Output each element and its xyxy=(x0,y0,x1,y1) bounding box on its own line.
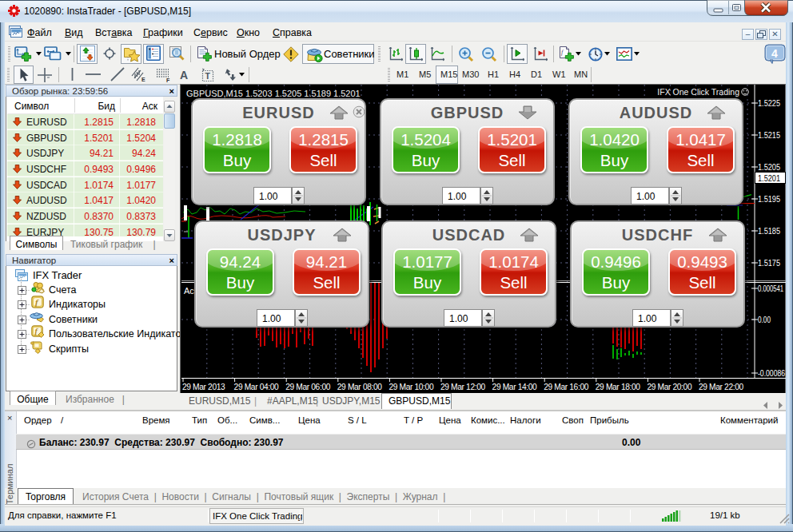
svg-text:29 Mar 18:00: 29 Mar 18:00 xyxy=(596,383,641,391)
svg-text:F: F xyxy=(166,77,170,83)
svg-text:T: T xyxy=(205,71,211,81)
svg-text:29 Mar 16:00: 29 Mar 16:00 xyxy=(544,383,589,391)
svg-text:0.000541: 0.000541 xyxy=(758,284,783,293)
svg-text:29 Mar 2013: 29 Mar 2013 xyxy=(182,383,225,391)
svg-text:4: 4 xyxy=(771,47,778,60)
svg-text:29 Mar 20:00: 29 Mar 20:00 xyxy=(647,383,692,391)
svg-text:1.5225: 1.5225 xyxy=(758,99,780,108)
svg-text:1.5215: 1.5215 xyxy=(758,131,780,140)
svg-text:29 Mar 14:00: 29 Mar 14:00 xyxy=(492,383,538,391)
svg-text:GBPUSD,M15 1.5203 1.5205 1.51: GBPUSD,M15 1.5203 1.5205 1.5189 1.5201 xyxy=(186,89,361,98)
svg-text:29 Mar 12:00: 29 Mar 12:00 xyxy=(440,383,486,391)
svg-text:IFX One Click Trading: IFX One Click Trading xyxy=(657,87,739,97)
svg-text:1.5175: 1.5175 xyxy=(758,259,780,268)
svg-text:29 Mar 10:00: 29 Mar 10:00 xyxy=(389,383,434,391)
svg-text:1.5201: 1.5201 xyxy=(758,174,780,183)
svg-text:Ac: Ac xyxy=(184,286,194,296)
svg-text:1.5185: 1.5185 xyxy=(758,227,780,236)
svg-text:29 Mar 06:00: 29 Mar 06:00 xyxy=(285,383,331,391)
svg-text:-0.00086: -0.00086 xyxy=(758,369,785,378)
svg-text:29 Mar 04:00: 29 Mar 04:00 xyxy=(234,383,280,391)
svg-text:0.00: 0.00 xyxy=(758,316,771,324)
svg-text:E: E xyxy=(141,77,145,82)
svg-text:1.5205: 1.5205 xyxy=(758,163,780,172)
svg-text:1.5195: 1.5195 xyxy=(758,195,780,204)
svg-text:29 Mar 08:00: 29 Mar 08:00 xyxy=(337,383,383,391)
svg-text:29 Mar 22:00: 29 Mar 22:00 xyxy=(699,383,744,391)
